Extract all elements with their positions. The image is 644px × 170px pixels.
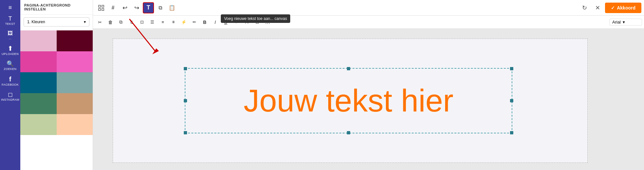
lightning-icon: ⚡ bbox=[181, 20, 186, 25]
handle-top-center[interactable] bbox=[347, 67, 350, 70]
checkmark-icon: ✓ bbox=[611, 5, 615, 10]
align-forward-icon: ⇅ bbox=[130, 20, 133, 25]
toolbar-right: ↻ ✕ ✓ Akkoord bbox=[579, 2, 641, 13]
handle-bottom-left[interactable] bbox=[184, 131, 187, 134]
duplicate-icon: ⧉ bbox=[119, 19, 123, 25]
sidebar-item-tekst[interactable]: T TEKST bbox=[1, 14, 19, 27]
color-swatch-9[interactable] bbox=[20, 114, 57, 135]
animation-button[interactable]: ⚡ bbox=[179, 17, 189, 27]
color-swatch-5[interactable] bbox=[20, 72, 57, 93]
top-toolbar: # ↩ ↪ T ⧉ 📋 Voeg nieuwe tekst toe aan...… bbox=[93, 0, 644, 16]
svg-rect-2 bbox=[99, 8, 101, 10]
handle-middle-right[interactable] bbox=[510, 99, 513, 102]
canvas-text-content[interactable]: Jouw tekst hier bbox=[244, 83, 453, 119]
cut-button[interactable]: ✂ bbox=[95, 17, 105, 27]
align-text-button[interactable]: ≡ bbox=[158, 17, 168, 27]
copy-icon: ⧉ bbox=[159, 5, 162, 11]
bold-icon: B bbox=[203, 20, 206, 25]
color-panel: PAGINA-ACHTERGROND INSTELLEN 1. Kleuren … bbox=[20, 0, 93, 170]
color-swatch-4[interactable] bbox=[57, 51, 93, 72]
close-icon: ✕ bbox=[595, 4, 600, 11]
hash-icon: # bbox=[112, 5, 115, 11]
instagram-icon: ◻ bbox=[8, 92, 13, 97]
crop-button[interactable]: ✏ bbox=[189, 17, 199, 27]
crop-icon: ✏ bbox=[193, 20, 196, 25]
align-text-icon: ≡ bbox=[161, 20, 164, 25]
akkoord-label: Akkoord bbox=[617, 5, 635, 10]
refresh-button[interactable]: ↻ bbox=[579, 2, 590, 13]
order-icon: ⊡ bbox=[140, 20, 144, 25]
facebook-icon: f bbox=[9, 76, 11, 82]
tooltip: Voeg nieuwe tekst toe aan... canvas bbox=[221, 14, 290, 23]
color-swatch-7[interactable] bbox=[20, 93, 57, 114]
color-grid bbox=[20, 29, 93, 136]
handle-top-right[interactable] bbox=[510, 67, 513, 70]
sidebar-item-zoeken[interactable]: 🔍 ZOEKEN bbox=[1, 59, 19, 73]
svg-rect-0 bbox=[99, 5, 101, 7]
lines-icon: ≡ bbox=[9, 5, 12, 10]
copy-button[interactable]: ⧉ bbox=[155, 2, 166, 13]
handle-top-left[interactable] bbox=[184, 67, 187, 70]
trash-icon: 🗑 bbox=[108, 20, 113, 25]
color-swatch-6[interactable] bbox=[57, 72, 93, 93]
layers-button[interactable]: ☰ bbox=[147, 17, 157, 27]
hash-button[interactable]: # bbox=[107, 2, 119, 13]
distribute-icon: ✳ bbox=[172, 20, 175, 25]
font-chevron-icon: ▾ bbox=[623, 20, 625, 25]
delete-button[interactable]: 🗑 bbox=[105, 17, 115, 27]
handle-bottom-center[interactable] bbox=[347, 131, 350, 134]
color-swatch-8[interactable] bbox=[57, 93, 93, 114]
text-icon: T bbox=[9, 16, 12, 22]
svg-rect-1 bbox=[102, 5, 104, 7]
color-swatch-10[interactable] bbox=[57, 114, 93, 135]
redo-icon: ↪ bbox=[134, 4, 139, 11]
sidebar-item-label-uploaden: UPLOADEN bbox=[2, 52, 19, 56]
svg-rect-3 bbox=[102, 8, 104, 10]
canvas-text-element[interactable]: Jouw tekst hier bbox=[185, 68, 512, 133]
color-swatch-2[interactable] bbox=[57, 30, 93, 51]
sidebar-item-facebook[interactable]: f FACEBOOK bbox=[1, 74, 19, 88]
handle-bottom-right[interactable] bbox=[510, 131, 513, 134]
paste-icon: 📋 bbox=[169, 5, 175, 11]
undo-icon: ↩ bbox=[123, 4, 127, 11]
search-icon: 🔍 bbox=[7, 61, 14, 67]
sidebar-item-uploaden[interactable]: ⬆ UPLOADEN bbox=[1, 43, 19, 58]
italic-button[interactable]: I bbox=[210, 17, 220, 27]
italic-icon: I bbox=[215, 20, 216, 25]
distribute-button[interactable]: ✳ bbox=[168, 17, 178, 27]
main-area: # ↩ ↪ T ⧉ 📋 Voeg nieuwe tekst toe aan...… bbox=[93, 0, 644, 170]
handle-middle-left[interactable] bbox=[184, 99, 187, 102]
order-button[interactable]: ⊡ bbox=[137, 17, 147, 27]
sidebar-item-images[interactable]: 🖼 ... bbox=[1, 29, 19, 42]
font-name: Arial bbox=[612, 20, 621, 25]
add-text-button[interactable]: T bbox=[143, 2, 154, 13]
sidebar-item-label-instagram: INSTAGRAM bbox=[1, 98, 19, 101]
dropdown-label: 1. Kleuren bbox=[27, 20, 45, 24]
canvas-area[interactable]: Jouw tekst hier bbox=[93, 29, 644, 170]
grid-button[interactable] bbox=[96, 2, 107, 13]
undo-button[interactable]: ↩ bbox=[119, 2, 130, 13]
paste-button[interactable]: 📋 bbox=[166, 2, 178, 13]
color-swatch-3[interactable] bbox=[20, 51, 57, 72]
chevron-down-icon: ▾ bbox=[84, 20, 86, 24]
text-add-icon: T bbox=[147, 4, 150, 11]
image-icon: 🖼 bbox=[8, 31, 13, 36]
panel-header: PAGINA-ACHTERGROND INSTELLEN bbox=[20, 0, 93, 15]
refresh-icon: ↻ bbox=[582, 4, 587, 11]
sidebar-item-label-zoeken: ZOEKEN bbox=[4, 67, 17, 71]
sidebar-item-label-images: ... bbox=[9, 37, 11, 40]
color-swatch-1[interactable] bbox=[20, 30, 57, 51]
close-button[interactable]: ✕ bbox=[592, 2, 603, 13]
font-selector[interactable]: Arial ▾ bbox=[609, 19, 642, 26]
redo-button[interactable]: ↪ bbox=[131, 2, 142, 13]
secondary-toolbar: ✂ 🗑 ⧉ ⇅ ⊡ ☰ ≡ ✳ ⚡ ✏ B I bbox=[93, 16, 644, 29]
bold-button[interactable]: B bbox=[200, 17, 210, 27]
upload-icon: ⬆ bbox=[8, 45, 13, 52]
sidebar-item-lines[interactable]: ≡ bbox=[1, 3, 19, 12]
duplicate-button[interactable]: ⧉ bbox=[116, 17, 126, 27]
color-dropdown[interactable]: 1. Kleuren ▾ bbox=[24, 17, 89, 26]
sidebar-item-instagram[interactable]: ◻ INSTAGRAM bbox=[1, 90, 19, 103]
align-forward-button[interactable]: ⇅ bbox=[126, 17, 136, 27]
sidebar: ≡ T TEKST 🖼 ... ⬆ UPLOADEN 🔍 ZOEKEN f FA… bbox=[0, 0, 20, 170]
akkoord-button[interactable]: ✓ Akkoord bbox=[605, 3, 641, 13]
